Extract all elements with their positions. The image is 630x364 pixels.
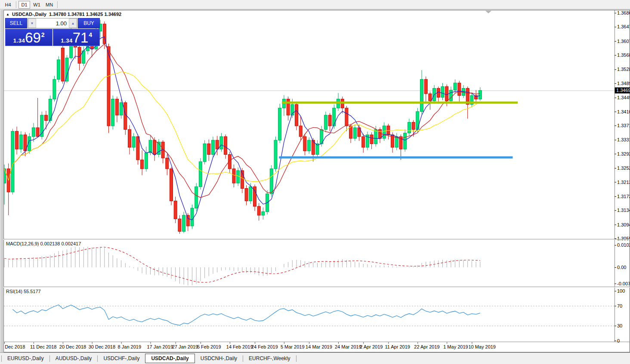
date-tick-label: 17 Jan 2019 — [147, 344, 173, 349]
price-tick-label: 1.32130 — [617, 180, 630, 185]
candle — [224, 137, 227, 155]
candle — [124, 103, 127, 129]
candle — [15, 131, 19, 149]
candle — [353, 128, 356, 138]
buy-price-big: 71 — [73, 30, 89, 46]
candles-group — [3, 20, 482, 234]
sell-button[interactable]: SELL — [5, 18, 27, 28]
date-tick-label: 1 May 2019 — [443, 344, 468, 349]
date-tick-label: 11 Apr 2019 — [385, 344, 410, 349]
candle — [186, 215, 189, 226]
rsi-tick-label: 70 — [617, 303, 622, 309]
rsi-tick-label: 100 — [617, 288, 625, 294]
rsi-tick-label: 30 — [617, 323, 622, 328]
candle — [245, 189, 248, 201]
candle — [115, 99, 118, 115]
volume-input[interactable] — [36, 18, 69, 28]
tab-eurusd[interactable]: EURUSD-,Daily — [2, 354, 49, 363]
rsi-line — [12, 305, 480, 325]
candle — [11, 131, 14, 192]
candle — [362, 137, 365, 147]
buy-price-sup: 4 — [89, 31, 92, 38]
candle — [257, 206, 260, 215]
toolbar-separator — [57, 1, 58, 8]
volume-box: ▼ ▲ — [28, 18, 77, 28]
chart-window-border — [4, 10, 630, 352]
candle — [120, 103, 123, 115]
timeframe-button-d1[interactable]: D1 — [19, 1, 30, 9]
candle — [395, 137, 398, 147]
macd-tick-label: -0.007477 — [617, 281, 630, 286]
candle — [383, 126, 386, 138]
chart-canvas[interactable]: 1.368601.364701.360701.356801.352801.348… — [0, 0, 630, 364]
buy-quote-button[interactable]: 1.34714 — [53, 29, 100, 46]
candle — [149, 140, 152, 153]
price-tick-label: 1.35280 — [617, 67, 630, 72]
date-tick-label: 5 Mar 2019 — [281, 344, 305, 349]
candle — [182, 215, 185, 231]
candle — [36, 128, 39, 137]
timeframe-button-h4[interactable]: H4 — [2, 1, 14, 9]
tab-usdchf[interactable]: USDCHF-,Daily — [98, 354, 145, 363]
candle — [270, 169, 273, 194]
collapse-triangle-icon[interactable]: ▲ — [6, 12, 9, 16]
date-tick-label: 27 Jan 2019 — [172, 344, 198, 349]
candle — [107, 46, 110, 126]
candle — [416, 112, 419, 130]
tab-usdcnh[interactable]: USDCNH-,Daily — [195, 354, 243, 363]
candle — [295, 104, 298, 126]
candle — [324, 115, 327, 129]
candle — [274, 140, 277, 169]
rsi-label: RSI(14) 55.5177 — [6, 289, 41, 294]
candle — [153, 140, 156, 154]
candle — [299, 126, 302, 137]
candle — [370, 135, 373, 144]
timeframe-button-w1[interactable]: W1 — [31, 1, 43, 9]
sell-quote-button[interactable]: 1.34692 — [5, 29, 52, 46]
tab-eurchf[interactable]: EURCHF-,Weekly — [243, 354, 296, 363]
candle — [136, 137, 139, 160]
window-left-splitter[interactable] — [0, 10, 3, 352]
candle — [345, 108, 348, 126]
volume-decrease-button[interactable]: ▼ — [28, 18, 36, 28]
candle — [145, 153, 148, 168]
price-tick-label: 1.31340 — [617, 208, 630, 213]
candle — [328, 115, 331, 126]
buy-price-prefix: 1.34 — [61, 37, 72, 44]
tab-usdcad[interactable]: USDCAD-,Daily — [145, 354, 195, 363]
candle — [170, 169, 173, 201]
sell-price-big: 69 — [25, 30, 41, 46]
candle — [174, 201, 177, 219]
price-tick-label: 1.36860 — [617, 10, 630, 15]
date-tick-label: 11 Dec 2018 — [30, 344, 57, 349]
candle — [220, 137, 223, 149]
candle — [249, 187, 252, 201]
one-click-trade-panel: SELL ▼ ▲ BUY 1.34692 1.34714 — [5, 18, 100, 46]
sell-price-sup: 2 — [41, 31, 45, 38]
candle — [166, 158, 169, 169]
macd-label: MACD(12,26,9) 0.002138 0.002417 — [6, 241, 81, 246]
candle — [445, 86, 448, 101]
price-tick-label: 1.31730 — [617, 194, 630, 199]
candle — [53, 80, 56, 99]
price-tick-label: 1.36070 — [617, 39, 630, 44]
candle — [57, 60, 60, 80]
candle — [449, 90, 452, 101]
price-tick-label: 1.34890 — [617, 81, 630, 86]
chart-ohlc-values: 1.34780 1.34781 1.34625 1.34692 — [49, 12, 121, 17]
candle — [479, 90, 482, 99]
timeframe-button-mn[interactable]: MN — [43, 1, 55, 9]
window-collapse-icon[interactable] — [485, 11, 491, 13]
volume-increase-button[interactable]: ▲ — [69, 18, 77, 28]
price-tick-label: 1.34100 — [617, 109, 630, 114]
candle — [191, 208, 194, 226]
candle — [379, 129, 382, 138]
candle — [199, 162, 202, 187]
symbol-tabbar: EURUSD-,DailyAUDUSD-,DailyUSDCHF-,DailyU… — [0, 352, 630, 364]
candle — [303, 137, 306, 151]
candle — [132, 137, 135, 147]
tab-audusd[interactable]: AUDUSD-,Daily — [50, 354, 98, 363]
buy-button[interactable]: BUY — [78, 18, 100, 28]
current-price-label: 1.34692 — [616, 88, 630, 93]
price-tick-label: 1.34490 — [617, 95, 630, 100]
